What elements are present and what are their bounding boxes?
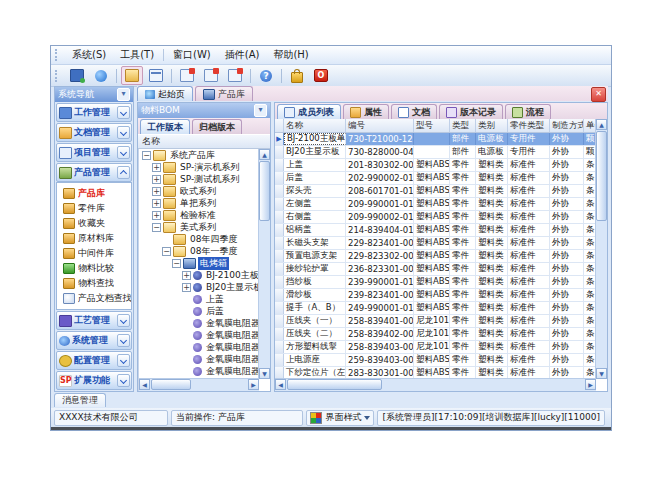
chevron-down-icon[interactable] [117, 334, 130, 347]
sidebar-section-5[interactable]: 工艺管理 [56, 311, 132, 330]
bom-tab-2[interactable]: 归档版本 [192, 119, 242, 134]
tree-node[interactable]: 检验标准 [139, 209, 259, 221]
tree-node[interactable]: BJ-2100主板单点 [139, 269, 259, 281]
tree-node[interactable]: 电烤箱 [139, 257, 259, 269]
menu-item[interactable]: 系统(S) [65, 46, 113, 64]
sidebar-item-6[interactable]: 物料比较 [57, 261, 131, 276]
sidebar-item-2[interactable]: 零件库 [57, 201, 131, 216]
doc-window-2-button[interactable] [200, 66, 222, 85]
menu-item[interactable]: 工具(T) [113, 46, 161, 64]
sidebar-section-7[interactable]: 配置管理 [56, 351, 132, 370]
sidebar-section-2[interactable]: 文档管理 [56, 123, 132, 142]
bom-tab-1[interactable]: 工作版本 [140, 119, 190, 134]
table-row[interactable]: 右侧盖209-990002-01E塑料ABS零件塑料类标准件外协条 [275, 211, 596, 224]
doc-window-3-button[interactable] [224, 66, 246, 85]
menu-item[interactable]: 帮助(H) [266, 46, 315, 64]
scroll-up-icon[interactable]: ▲ [596, 119, 607, 130]
tree-node[interactable]: 金氧膜电阻器 [139, 317, 259, 329]
tree-node[interactable]: 欧式系列 [139, 185, 259, 197]
scroll-down-icon[interactable]: ▼ [259, 368, 270, 379]
table-row[interactable]: 上盖201-830302-00E塑料ABS零件塑料类标准件外协条 [275, 159, 596, 172]
menu-item[interactable]: 窗口(W) [166, 46, 218, 64]
collapse-icon[interactable] [162, 247, 171, 256]
tree-node[interactable]: 单把系列 [139, 197, 259, 209]
scroll-left-icon[interactable]: ◀ [139, 379, 150, 390]
scroll-left-icon[interactable]: ◀ [275, 379, 286, 390]
tree-node[interactable]: BJ20主显示板 [139, 281, 259, 293]
scroll-down-icon[interactable]: ▼ [596, 368, 607, 379]
tree-node[interactable]: 金氧膜电阻器 [139, 329, 259, 341]
sidebar-section-8[interactable]: SP扩展功能 [56, 371, 132, 390]
tree-horizontal-scrollbar[interactable]: ◀ ▶ [139, 378, 259, 391]
table-row[interactable]: 预置电源支架229-823302-00E塑料ABS零件塑料类标准件外协条 [275, 250, 596, 263]
sidebar-section-6[interactable]: 系统管理 [56, 331, 132, 350]
expand-icon[interactable] [182, 271, 191, 280]
document-tab-2[interactable]: 产品库 [195, 86, 253, 101]
document-tab-1[interactable]: 起始页 [137, 86, 193, 101]
table-row[interactable]: 长磁头支架229-823401-00E塑料ABS零件塑料类标准件外协条 [275, 237, 596, 250]
lock-button[interactable] [286, 66, 308, 85]
table-row[interactable]: 上电源座259-839403-00E塑料ABS零件塑料类标准件外协条 [275, 354, 596, 367]
tab-message-management[interactable]: 消息管理 [54, 393, 106, 407]
table-row[interactable]: 滑纱板239-823401-00E塑料ABS零件塑料类标准件外协条 [275, 289, 596, 302]
sidebar-item-4[interactable]: 原材料库 [57, 231, 131, 246]
folder-open-button[interactable] [121, 66, 143, 85]
tree-node[interactable]: SP-测试机系列 [139, 173, 259, 185]
table-row[interactable]: 铝柄盖214-839404-01E塑料ABS零件塑料类标准件外协条 [275, 224, 596, 237]
table-row[interactable]: 压线夹（二）258-839402-00E尼龙1010零件塑料类标准件外协条 [275, 328, 596, 341]
scroll-right-icon[interactable]: ▶ [248, 379, 259, 390]
sidebar-item-5[interactable]: 中间件库 [57, 246, 131, 261]
toolbar-grip[interactable] [55, 70, 61, 82]
expand-icon[interactable] [152, 175, 161, 184]
expand-icon[interactable] [152, 211, 161, 220]
column-header[interactable]: 型号 [414, 119, 450, 132]
detail-tab-1[interactable]: 成员列表 [277, 104, 341, 119]
chevron-down-icon[interactable] [117, 314, 130, 327]
tree-node[interactable]: 后盖 [139, 305, 259, 317]
table-row[interactable]: ▶BJ-2100主板单点730-T21000-12E部件电源板专用件外协颗 [275, 133, 596, 146]
chevron-down-icon[interactable] [117, 106, 130, 119]
column-header[interactable]: 编号 [346, 119, 414, 132]
sidebar-section-1[interactable]: 工作管理 [56, 103, 132, 122]
expand-icon[interactable] [182, 283, 191, 292]
chevron-up-icon[interactable] [117, 166, 130, 179]
column-header[interactable]: 零件类型 [508, 119, 550, 132]
detail-tab-4[interactable]: 版本记录 [439, 104, 503, 119]
table-hscroll-thumb[interactable] [287, 379, 382, 390]
scroll-right-icon[interactable]: ▶ [585, 379, 596, 390]
collapse-icon[interactable] [142, 151, 151, 160]
table-row[interactable]: 压线夹（一）258-839401-00E尼龙1010零件塑料类标准件外协条 [275, 315, 596, 328]
tree-vertical-scrollbar[interactable]: ▲ ▼ [258, 149, 270, 379]
chevron-down-icon[interactable] [117, 354, 130, 367]
sidebar-item-3[interactable]: 收藏夹 [57, 216, 131, 231]
doc-window-1-button[interactable] [176, 66, 198, 85]
column-header[interactable]: 类别 [476, 119, 508, 132]
collapse-icon[interactable] [172, 259, 181, 268]
tree-node[interactable]: 美式系列 [139, 221, 259, 233]
sidebar-section-3[interactable]: 项目管理 [56, 143, 132, 162]
sidebar-item-7[interactable]: 物料查找 [57, 276, 131, 291]
table-row[interactable]: 接纱轮护罩236-823301-00E塑料ABS零件塑料类标准件外协条 [275, 263, 596, 276]
globe-button[interactable] [90, 66, 112, 85]
close-document-icon[interactable]: ✕ [591, 87, 606, 102]
tree-scroll-thumb[interactable] [259, 161, 270, 221]
tree-node[interactable]: 金氧膜电阻器 [139, 365, 259, 377]
chevron-down-icon[interactable] [117, 374, 130, 387]
tree-node[interactable]: 金氧膜电阻器 [139, 341, 259, 353]
table-scroll-thumb[interactable] [596, 131, 607, 221]
detail-tab-5[interactable]: 流程 [505, 104, 551, 119]
detail-tab-3[interactable]: 文档 [391, 104, 437, 119]
tree-node[interactable]: 系统产品库 [139, 149, 259, 161]
table-row[interactable]: 提手（A、B）249-990001-01E塑料ABS零件塑料类标准件外协条 [275, 302, 596, 315]
sidebar-section-4[interactable]: 产品管理 [56, 163, 132, 182]
table-row[interactable]: 后盖202-990002-01E塑料ABS零件塑料类标准件外协条 [275, 172, 596, 185]
column-header[interactable]: 名称 [284, 119, 346, 132]
expand-icon[interactable] [152, 163, 161, 172]
pin-icon[interactable]: ▾ [117, 88, 130, 101]
expand-icon[interactable] [152, 199, 161, 208]
scroll-up-icon[interactable]: ▲ [259, 149, 270, 160]
column-header[interactable]: 类型 [450, 119, 476, 132]
chevron-down-icon[interactable] [117, 146, 130, 159]
detail-tab-2[interactable]: 属性 [343, 104, 389, 119]
ui-style-selector[interactable]: 界面样式 [306, 410, 374, 426]
